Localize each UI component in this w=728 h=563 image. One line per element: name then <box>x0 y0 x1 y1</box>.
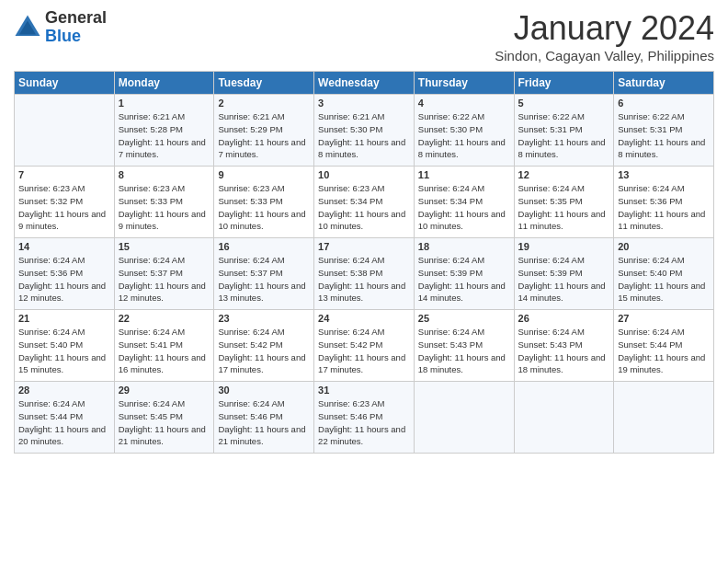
sunrise-line: Sunrise: 6:24 AM <box>518 182 610 195</box>
cell-5-2: 29Sunrise: 6:24 AMSunset: 5:45 PMDayligh… <box>114 382 214 454</box>
sunset-line: Sunset: 5:39 PM <box>518 267 610 280</box>
daylight-line: Daylight: 11 hours and 21 minutes. <box>119 423 210 449</box>
daylight-line: Daylight: 11 hours and 13 minutes. <box>218 280 310 305</box>
sunrise-line: Sunrise: 6:24 AM <box>618 254 710 267</box>
sunrise-line: Sunrise: 6:24 AM <box>218 397 310 410</box>
cell-1-5: 4Sunrise: 6:22 AMSunset: 5:30 PMDaylight… <box>414 95 514 167</box>
cell-content: Sunrise: 6:24 AMSunset: 5:43 PMDaylight:… <box>518 326 610 376</box>
daylight-line: Daylight: 11 hours and 14 minutes. <box>518 280 610 305</box>
day-number: 4 <box>418 98 510 109</box>
cell-5-5 <box>414 382 514 454</box>
sunset-line: Sunset: 5:44 PM <box>618 339 710 351</box>
cell-2-1: 7Sunrise: 6:23 AMSunset: 5:32 PMDaylight… <box>15 167 115 238</box>
week-row-1: 1Sunrise: 6:21 AMSunset: 5:28 PMDaylight… <box>15 95 714 167</box>
daylight-line: Daylight: 11 hours and 15 minutes. <box>618 280 710 305</box>
day-number: 31 <box>318 385 410 396</box>
cell-content: Sunrise: 6:24 AMSunset: 5:40 PMDaylight:… <box>618 254 710 304</box>
sunset-line: Sunset: 5:28 PM <box>119 123 210 136</box>
daylight-line: Daylight: 11 hours and 12 minutes. <box>18 280 110 305</box>
cell-3-6: 19Sunrise: 6:24 AMSunset: 5:39 PMDayligh… <box>514 238 614 310</box>
col-header-sunday: Sunday <box>15 72 115 95</box>
cell-3-4: 17Sunrise: 6:24 AMSunset: 5:38 PMDayligh… <box>314 238 415 310</box>
daylight-line: Daylight: 11 hours and 10 minutes. <box>318 208 410 234</box>
logo-icon <box>14 14 41 41</box>
daylight-line: Daylight: 11 hours and 10 minutes. <box>418 208 510 234</box>
day-number: 13 <box>618 169 710 180</box>
sunrise-line: Sunrise: 6:24 AM <box>218 326 310 339</box>
daylight-line: Daylight: 11 hours and 10 minutes. <box>218 208 310 234</box>
cell-2-4: 10Sunrise: 6:23 AMSunset: 5:34 PMDayligh… <box>314 167 415 238</box>
sunset-line: Sunset: 5:43 PM <box>518 339 610 351</box>
day-number: 22 <box>119 313 210 324</box>
title-block: January 2024 Sindon, Cagayan Valley, Phi… <box>495 9 714 63</box>
daylight-line: Daylight: 11 hours and 7 minutes. <box>119 136 210 162</box>
cell-content: Sunrise: 6:23 AMSunset: 5:46 PMDaylight:… <box>318 397 410 448</box>
logo-blue: Blue <box>45 27 81 45</box>
day-number: 28 <box>18 385 110 396</box>
logo-general: General <box>45 8 107 27</box>
sunset-line: Sunset: 5:45 PM <box>119 410 210 423</box>
cell-4-3: 23Sunrise: 6:24 AMSunset: 5:42 PMDayligh… <box>214 310 314 382</box>
cell-4-2: 22Sunrise: 6:24 AMSunset: 5:41 PMDayligh… <box>114 310 214 382</box>
subtitle: Sindon, Cagayan Valley, Philippines <box>495 48 714 63</box>
sunrise-line: Sunrise: 6:24 AM <box>418 326 510 339</box>
day-number: 11 <box>418 169 510 180</box>
cell-content: Sunrise: 6:23 AMSunset: 5:33 PMDaylight:… <box>218 182 310 233</box>
sunrise-line: Sunrise: 6:24 AM <box>18 397 110 410</box>
day-number: 16 <box>218 241 310 252</box>
week-row-5: 28Sunrise: 6:24 AMSunset: 5:44 PMDayligh… <box>15 382 714 454</box>
sunset-line: Sunset: 5:46 PM <box>218 410 310 423</box>
col-header-wednesday: Wednesday <box>314 72 415 95</box>
day-number: 8 <box>119 169 210 180</box>
daylight-line: Daylight: 11 hours and 15 minutes. <box>18 351 110 377</box>
daylight-line: Daylight: 11 hours and 18 minutes. <box>418 351 510 377</box>
col-header-thursday: Thursday <box>414 72 514 95</box>
day-number: 14 <box>18 241 110 252</box>
daylight-line: Daylight: 11 hours and 19 minutes. <box>618 351 710 377</box>
cell-content: Sunrise: 6:24 AMSunset: 5:40 PMDaylight:… <box>18 326 110 376</box>
sunrise-line: Sunrise: 6:22 AM <box>618 110 710 123</box>
cell-3-1: 14Sunrise: 6:24 AMSunset: 5:36 PMDayligh… <box>15 238 115 310</box>
sunset-line: Sunset: 5:40 PM <box>18 339 110 351</box>
cell-content: Sunrise: 6:24 AMSunset: 5:35 PMDaylight:… <box>518 182 610 233</box>
sunset-line: Sunset: 5:34 PM <box>318 195 410 208</box>
cell-5-4: 31Sunrise: 6:23 AMSunset: 5:46 PMDayligh… <box>314 382 415 454</box>
daylight-line: Daylight: 11 hours and 17 minutes. <box>218 351 310 377</box>
sunrise-line: Sunrise: 6:23 AM <box>18 182 110 195</box>
cell-1-4: 3Sunrise: 6:21 AMSunset: 5:30 PMDaylight… <box>314 95 415 167</box>
daylight-line: Daylight: 11 hours and 20 minutes. <box>18 423 110 449</box>
sunrise-line: Sunrise: 6:24 AM <box>518 254 610 267</box>
sunset-line: Sunset: 5:33 PM <box>119 195 210 208</box>
daylight-line: Daylight: 11 hours and 18 minutes. <box>518 351 610 377</box>
sunset-line: Sunset: 5:37 PM <box>119 267 210 280</box>
sunset-line: Sunset: 5:37 PM <box>218 267 310 280</box>
week-row-4: 21Sunrise: 6:24 AMSunset: 5:40 PMDayligh… <box>15 310 714 382</box>
daylight-line: Daylight: 11 hours and 7 minutes. <box>218 136 310 162</box>
day-number: 7 <box>18 169 110 180</box>
sunrise-line: Sunrise: 6:23 AM <box>318 397 410 410</box>
cell-1-1 <box>15 95 115 167</box>
sunset-line: Sunset: 5:35 PM <box>518 195 610 208</box>
sunset-line: Sunset: 5:42 PM <box>318 339 410 351</box>
cell-content: Sunrise: 6:24 AMSunset: 5:37 PMDaylight:… <box>119 254 210 304</box>
cell-content: Sunrise: 6:24 AMSunset: 5:45 PMDaylight:… <box>119 397 210 448</box>
cell-3-2: 15Sunrise: 6:24 AMSunset: 5:37 PMDayligh… <box>114 238 214 310</box>
sunrise-line: Sunrise: 6:24 AM <box>618 326 710 339</box>
daylight-line: Daylight: 11 hours and 14 minutes. <box>418 280 510 305</box>
cell-content: Sunrise: 6:24 AMSunset: 5:37 PMDaylight:… <box>218 254 310 304</box>
cell-5-1: 28Sunrise: 6:24 AMSunset: 5:44 PMDayligh… <box>15 382 115 454</box>
header-row: SundayMondayTuesdayWednesdayThursdayFrid… <box>15 72 714 95</box>
cell-5-7 <box>614 382 714 454</box>
cell-content: Sunrise: 6:22 AMSunset: 5:31 PMDaylight:… <box>518 110 610 161</box>
week-row-3: 14Sunrise: 6:24 AMSunset: 5:36 PMDayligh… <box>15 238 714 310</box>
cell-4-6: 26Sunrise: 6:24 AMSunset: 5:43 PMDayligh… <box>514 310 614 382</box>
sunset-line: Sunset: 5:34 PM <box>418 195 510 208</box>
sunset-line: Sunset: 5:46 PM <box>318 410 410 423</box>
sunrise-line: Sunrise: 6:23 AM <box>318 182 410 195</box>
day-number: 20 <box>618 241 710 252</box>
daylight-line: Daylight: 11 hours and 21 minutes. <box>218 423 310 449</box>
cell-content: Sunrise: 6:24 AMSunset: 5:39 PMDaylight:… <box>418 254 510 304</box>
daylight-line: Daylight: 11 hours and 9 minutes. <box>18 208 110 234</box>
cell-2-5: 11Sunrise: 6:24 AMSunset: 5:34 PMDayligh… <box>414 167 514 238</box>
cell-2-2: 8Sunrise: 6:23 AMSunset: 5:33 PMDaylight… <box>114 167 214 238</box>
